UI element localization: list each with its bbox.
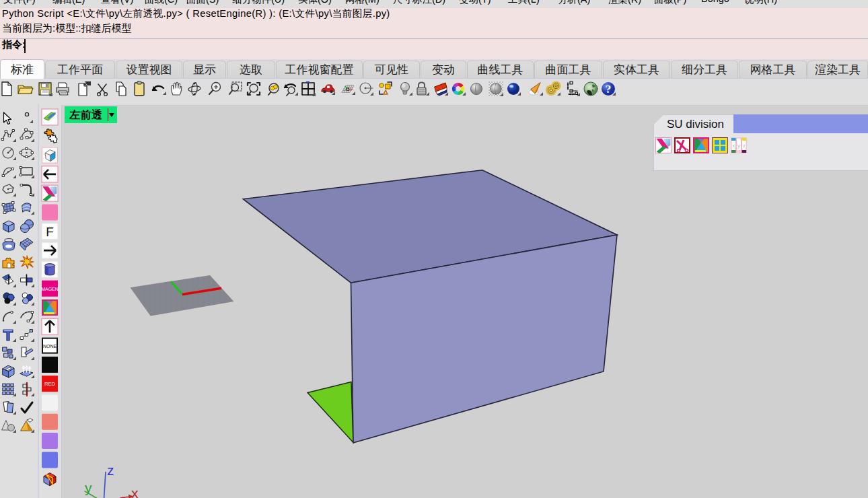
svg-text:y: y: [737, 143, 740, 149]
svg-text:MAGEN: MAGEN: [41, 287, 59, 291]
svg-text:y: y: [85, 480, 92, 495]
svg-text:x: x: [131, 485, 139, 498]
svg-text:F: F: [46, 225, 54, 239]
svg-text:z: z: [743, 143, 746, 148]
svg-text:RED: RED: [44, 381, 55, 387]
svg-text:?: ?: [606, 83, 612, 96]
svg-text:z: z: [107, 462, 114, 478]
svg-text:NONE: NONE: [43, 344, 57, 349]
svg-text:x: x: [732, 143, 735, 148]
